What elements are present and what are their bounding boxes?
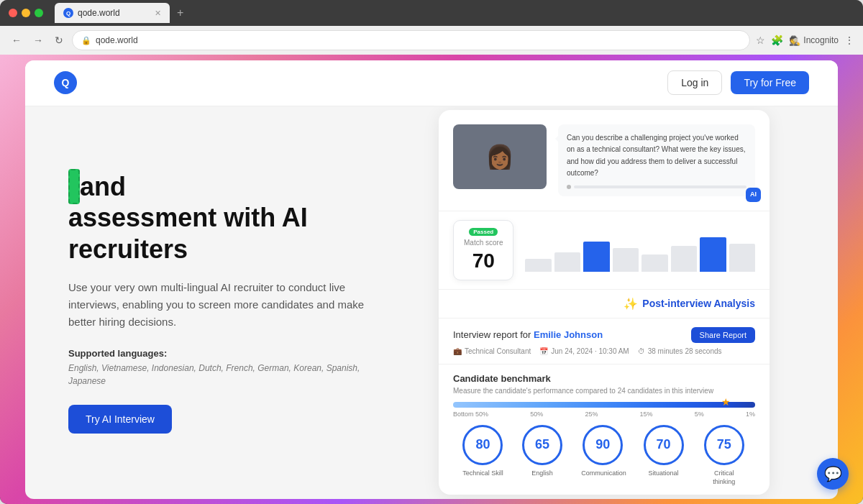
chat-bubble: Can you describe a challenging project y… (558, 124, 755, 196)
header-actions: Log in Try for Free (667, 70, 809, 95)
active-tab[interactable]: Q qode.world ✕ (55, 3, 170, 23)
page-background: Q Log in Try for Free and assessment wit… (0, 55, 863, 504)
headline-highlight (68, 169, 80, 204)
candidate-photo: 👩🏾 (453, 124, 547, 189)
new-tab-button[interactable]: + (173, 6, 188, 19)
tab-title: qode.world (78, 8, 120, 18)
role-text: Technical Consultant (465, 347, 531, 355)
score-label-0: Technical Skill (462, 469, 503, 478)
score-circle-4: 75 (704, 425, 744, 465)
title-bar: Q qode.world ✕ + (0, 0, 863, 26)
chat-icon: 💬 (824, 465, 842, 482)
hero-section: and assessment with AI recruiters Use yo… (25, 106, 838, 499)
hero-right: 👩🏾 Can you describe a challenging projec… (414, 110, 795, 495)
tab-bar: Q qode.world ✕ + (55, 3, 854, 23)
scores-row: 80 Technical Skill 65 English 90 Communi… (453, 425, 755, 486)
benchmark-title: Candidate benchmark (453, 373, 755, 384)
browser-icons: ☆ 🧩 🕵 Incognito ⋮ (756, 35, 854, 46)
benchmark-label-0: Bottom 50% (453, 411, 488, 418)
supported-label: Supported languages: (68, 348, 370, 359)
score-item-0: 80 Technical Skill (462, 425, 503, 486)
traffic-lights (9, 9, 43, 17)
hero-description: Use your very own multi-lingual AI recru… (68, 279, 370, 331)
report-title: Interview report for Emilie Johnson (453, 329, 603, 340)
chat-support-button[interactable]: 💬 (817, 458, 849, 490)
site-header: Q Log in Try for Free (25, 60, 838, 106)
duration-text: 38 minutes 28 seconds (648, 347, 722, 355)
analysis-icon: ✨ (624, 297, 638, 311)
score-item-1: 65 English (522, 425, 562, 486)
chat-question-text: Can you describe a challenging project y… (567, 134, 745, 178)
score-item-3: 70 Situational (644, 425, 684, 486)
match-score-label: Match score (464, 239, 503, 247)
address-bar-row: ← → ↻ 🔒 qode.world ☆ 🧩 🕵 Incognito ⋮ (0, 26, 863, 55)
score-circle-1: 65 (522, 425, 562, 465)
extensions-icon[interactable]: 🧩 (771, 35, 783, 46)
score-item-2: 90 Communication (581, 425, 624, 486)
refresh-button[interactable]: ↻ (52, 32, 66, 49)
minimize-button[interactable] (22, 9, 30, 17)
score-circle-0: 80 (462, 425, 503, 465)
demo-card: 👩🏾 Can you describe a challenging projec… (439, 110, 770, 495)
benchmark-desc: Measure the candidate's performance comp… (453, 387, 755, 395)
browser-window: Q qode.world ✕ + ← → ↻ 🔒 qode.world ☆ 🧩 … (0, 0, 863, 504)
interview-preview: 👩🏾 Can you describe a challenging projec… (439, 110, 770, 211)
benchmark-bar: ★ Bottom 50% 50% 25% 15% 5% 1% (453, 402, 755, 418)
chart-bar-8 (729, 244, 755, 272)
chart-bar-3 (583, 242, 609, 272)
chart-bar-2 (554, 252, 580, 272)
clock-icon: ⏱ (638, 347, 645, 355)
score-row: Passed Match score 70 (439, 211, 770, 290)
score-chart (525, 229, 755, 272)
tab-favicon: Q (63, 8, 73, 18)
chart-bar-6 (671, 246, 697, 272)
login-button[interactable]: Log in (667, 70, 722, 95)
forward-button[interactable]: → (30, 32, 46, 49)
score-label: Passed (464, 228, 503, 236)
match-score-value: 70 (464, 249, 503, 272)
chart-bar-4 (613, 248, 639, 272)
benchmark-star-icon: ★ (721, 396, 731, 408)
try-for-free-button[interactable]: Try for Free (731, 71, 809, 94)
site-logo: Q (54, 71, 77, 94)
score-label-2: Communication (581, 469, 624, 478)
benchmark-label-5: 1% (746, 411, 755, 418)
benchmark-label-1: 50% (530, 411, 543, 418)
match-score-box: Passed Match score 70 (453, 220, 513, 280)
analysis-header: ✨ Post-interview Analysis (439, 290, 770, 319)
report-meta: 💼 Technical Consultant 📅 Jun 24, 2024 · … (453, 347, 755, 355)
tab-close-button[interactable]: ✕ (155, 9, 161, 18)
benchmark-track (453, 402, 755, 408)
typing-indicator (567, 185, 746, 189)
benchmark-label-4: 5% (695, 411, 704, 418)
score-label-3: Situational (644, 469, 684, 478)
meta-date: 📅 Jun 24, 2024 · 10:30 AM (539, 347, 629, 355)
supported-languages: Supported languages: English, Vietnamese… (68, 348, 370, 388)
maximize-button[interactable] (35, 9, 43, 17)
date-text: Jun 24, 2024 · 10:30 AM (551, 347, 629, 355)
benchmark-label-2: 25% (585, 411, 598, 418)
score-circle-3: 70 (644, 425, 684, 465)
chart-bar-5 (641, 255, 667, 272)
bookmark-icon[interactable]: ☆ (756, 35, 765, 46)
analysis-title: Post-interview Analysis (642, 298, 755, 309)
try-ai-interview-button[interactable]: Try AI Interview (68, 405, 172, 434)
typing-dot-1 (567, 185, 571, 189)
share-report-button[interactable]: Share Report (691, 327, 755, 343)
candidate-name: Emilie Johnson (534, 329, 603, 340)
url-bar[interactable]: 🔒 qode.world (72, 30, 750, 50)
briefcase-icon: 💼 (453, 347, 462, 355)
back-button[interactable]: ← (9, 32, 24, 49)
incognito-indicator: 🕵 Incognito (789, 35, 839, 46)
menu-icon[interactable]: ⋮ (844, 35, 854, 46)
logo-icon: Q (54, 71, 77, 94)
meta-duration: ⏱ 38 minutes 28 seconds (638, 347, 722, 355)
headline-rest-1: and (80, 172, 126, 201)
score-item-4: 75 Critical thinking (703, 425, 746, 486)
report-label: Interview report for (453, 329, 531, 340)
report-section: Interview report for Emilie Johnson Shar… (439, 319, 770, 365)
passed-badge: Passed (469, 228, 498, 236)
close-button[interactable] (9, 9, 17, 17)
benchmark-section: Candidate benchmark Measure the candidat… (439, 365, 770, 495)
headline-rest-2: assessment with AI recruiters (68, 203, 308, 263)
